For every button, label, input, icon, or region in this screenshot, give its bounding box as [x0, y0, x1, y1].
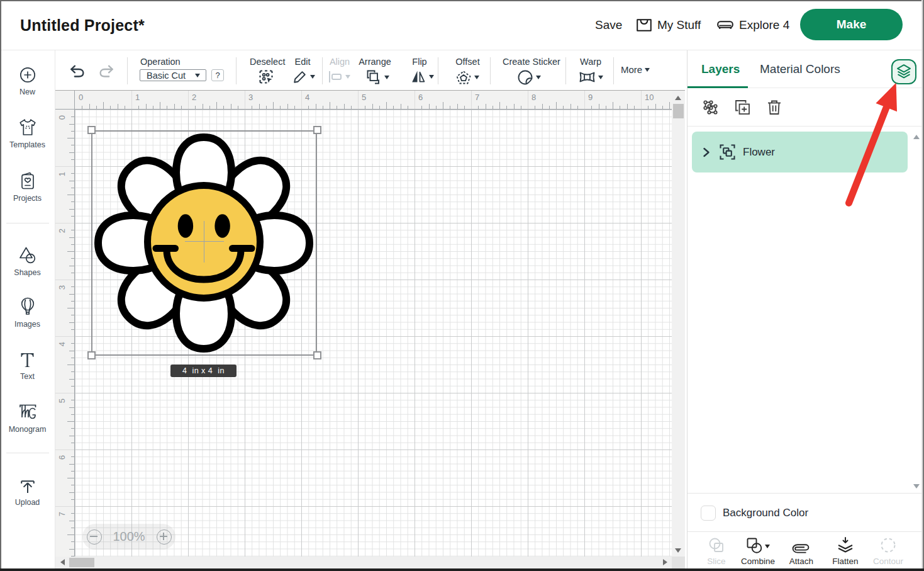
selection-handle-bottom-right[interactable]	[313, 351, 321, 359]
panel-scroll-up-arrow[interactable]	[913, 135, 920, 139]
panel-scroll-down-arrow[interactable]	[913, 484, 920, 489]
ruler-tick	[71, 159, 74, 160]
sidebar-divider	[6, 223, 49, 223]
flatten-button[interactable]: Flatten	[823, 536, 867, 566]
sidebar-item-images[interactable]: Images	[0, 297, 55, 329]
chevron-down-icon	[384, 76, 389, 79]
edit-button[interactable]	[293, 70, 315, 84]
zoom-level: 100%	[113, 529, 145, 544]
zoom-out-button[interactable]	[87, 529, 102, 545]
ruler-tick	[542, 104, 543, 110]
canvas-vertical-scrollbar[interactable]	[672, 91, 685, 557]
create-sticker-button[interactable]	[518, 70, 541, 85]
undo-button[interactable]	[69, 64, 86, 81]
combine-icon	[736, 536, 780, 553]
more-button[interactable]: More	[621, 64, 650, 75]
sidebar-item-label: Text	[0, 372, 55, 381]
align-label: Align	[328, 57, 351, 67]
expand-chevron-icon[interactable]	[703, 147, 710, 157]
explore-machine-button[interactable]: Explore 4	[717, 0, 789, 50]
warp-button[interactable]	[579, 72, 603, 82]
ruler-tick	[71, 343, 74, 344]
make-button[interactable]: Make	[800, 9, 903, 40]
ruler-tick	[69, 294, 75, 295]
scroll-right-arrow[interactable]	[663, 559, 667, 565]
operation-help-button[interactable]: ?	[211, 69, 224, 81]
redo-button[interactable]	[98, 64, 114, 81]
ruler-tick	[71, 273, 74, 273]
ruler-tick	[174, 104, 175, 110]
images-balloon-icon	[21, 297, 35, 315]
ruler-tick	[71, 528, 74, 528]
zoom-in-button[interactable]	[157, 529, 172, 545]
canvas-horizontal-scrollbar[interactable]	[55, 557, 672, 568]
redo-icon	[98, 64, 114, 78]
slice-label: Slice	[694, 557, 738, 566]
ruler-inch-line	[245, 91, 245, 109]
ungroup-button[interactable]	[703, 88, 718, 126]
sidebar-item-label: Templates	[0, 140, 55, 149]
templates-tshirt-icon	[18, 118, 37, 136]
scroll-up-arrow[interactable]	[675, 96, 681, 100]
sidebar-item-projects[interactable]: Projects	[0, 172, 55, 203]
ruler-number: 4	[57, 340, 67, 349]
attach-icon	[779, 536, 823, 553]
monogram-icon	[19, 404, 36, 421]
page-title[interactable]: Untitled Project*	[20, 16, 145, 35]
tab-layers[interactable]: Layers	[701, 50, 740, 88]
ruler-inch-line	[641, 91, 642, 109]
ruler-tick	[323, 106, 323, 109]
ruler-inch-line	[55, 223, 74, 223]
delete-button[interactable]	[767, 88, 782, 126]
ruler-number: 2	[57, 227, 67, 235]
ruler-tick	[457, 104, 458, 110]
scroll-down-arrow[interactable]	[675, 548, 681, 553]
background-color-checkbox[interactable]	[701, 506, 716, 521]
duplicate-button[interactable]	[735, 88, 750, 126]
deselect-icon	[259, 70, 273, 84]
save-label: Save	[595, 18, 622, 32]
ruler-tick	[69, 351, 75, 351]
selection-handle-top-right[interactable]	[313, 126, 321, 134]
arrange-button[interactable]	[367, 70, 389, 84]
selection-size-badge: 4 in x 4 in	[170, 365, 237, 377]
vertical-scroll-thumb[interactable]	[673, 104, 684, 118]
ruler-tick	[71, 414, 74, 415]
ruler-tick	[486, 104, 486, 110]
combine-button[interactable]: Combine	[736, 536, 780, 566]
sidebar-item-text[interactable]: Text	[0, 353, 55, 381]
operation-select[interactable]: Basic Cut	[140, 69, 206, 81]
my-stuff-button[interactable]: My Stuff	[637, 0, 701, 50]
chevron-down-icon	[645, 68, 650, 72]
horizontal-scroll-thumb[interactable]	[69, 558, 94, 567]
ruler-tick	[71, 471, 74, 472]
ruler-tick	[69, 436, 75, 436]
attach-button[interactable]: Attach	[779, 536, 823, 566]
sidebar-item-upload[interactable]: Upload	[0, 480, 55, 507]
deselect-button[interactable]	[259, 70, 273, 86]
ruler-tick	[393, 106, 394, 109]
ruler-tick	[330, 102, 330, 110]
flip-button[interactable]	[411, 70, 434, 83]
trash-icon	[767, 99, 782, 115]
ruler-tick	[146, 104, 147, 110]
save-button[interactable]: Save	[595, 0, 622, 50]
selection-handle-top-left[interactable]	[87, 126, 96, 134]
sidebar-item-shapes[interactable]: Shapes	[0, 246, 55, 277]
sidebar-item-templates[interactable]: Templates	[0, 118, 55, 149]
operation-value: Basic Cut	[147, 71, 186, 81]
tab-material-colors[interactable]: Material Colors	[760, 50, 840, 88]
ruler-number: 0	[79, 93, 83, 102]
sidebar-item-monogram[interactable]: Monogram	[0, 404, 55, 434]
ruler-tick	[493, 106, 493, 109]
ruler-tick	[118, 104, 118, 110]
red-annotation-arrow	[832, 79, 908, 249]
offset-button[interactable]	[456, 71, 479, 84]
ruler-tick	[549, 106, 550, 109]
selection-handle-bottom-left[interactable]	[87, 351, 96, 359]
layer-list: Flower	[687, 127, 924, 493]
scroll-left-arrow[interactable]	[60, 559, 65, 565]
sidebar-item-label: Projects	[0, 194, 55, 203]
design-canvas[interactable]: 012345678910 01234567	[55, 91, 687, 568]
sidebar-item-new[interactable]: New	[0, 67, 55, 96]
